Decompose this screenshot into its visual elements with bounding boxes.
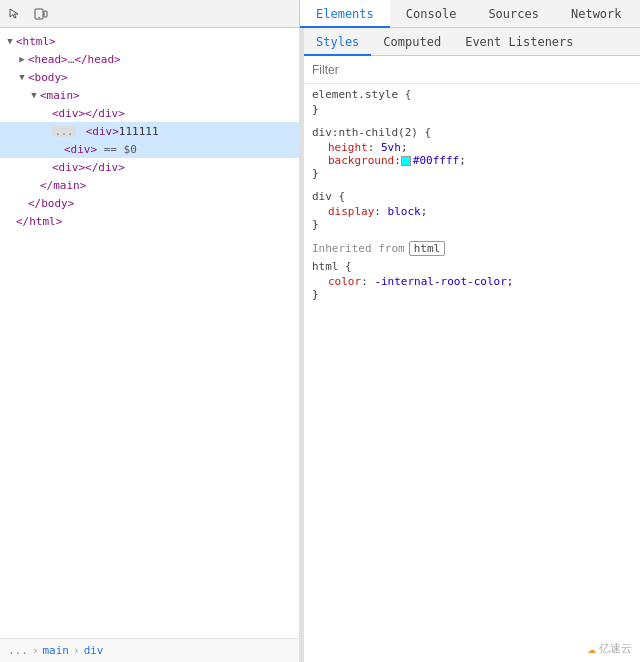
devtools-body: <html> <head>…</head> <body> <main> <div: [0, 28, 640, 662]
panel-tabs: Elements Console Sources Network: [300, 0, 640, 27]
dom-line[interactable]: <main>: [0, 86, 299, 104]
dom-line[interactable]: <div></div>: [0, 104, 299, 122]
tag-div-empty1: <div></div>: [52, 107, 125, 120]
css-colon-height: :: [368, 141, 381, 154]
tag-body-open: <body>: [28, 71, 68, 84]
css-closing-html: }: [312, 288, 632, 301]
inherited-text: Inherited from: [312, 242, 405, 255]
dom-line[interactable]: <head>…</head>: [0, 50, 299, 68]
css-selector-nth[interactable]: div:nth-child(2) {: [312, 126, 632, 139]
css-value-height[interactable]: 5vh: [381, 141, 401, 154]
css-prop-name-bg[interactable]: background: [328, 154, 394, 167]
css-selector-element[interactable]: element.style {: [312, 88, 632, 101]
styles-content: element.style { } div:nth-child(2) { hei…: [304, 84, 640, 662]
tag-main-open: <main>: [40, 89, 80, 102]
styles-tabs: Styles Computed Event Listeners: [304, 28, 640, 56]
tag-div-empty2: <div></div>: [52, 161, 125, 174]
dom-line[interactable]: <html>: [0, 32, 299, 50]
breadcrumb-ellipsis[interactable]: ...: [8, 644, 28, 657]
css-selector-html[interactable]: html {: [312, 260, 632, 273]
dom-breadcrumb: ... › main › div: [0, 638, 299, 662]
tag-main-close: </main>: [40, 179, 86, 192]
tag-html-close: </html>: [16, 215, 62, 228]
dom-line[interactable]: <div></div>: [0, 158, 299, 176]
tag-head: <head>…</head>: [28, 53, 121, 66]
tag-div-equal: <div> == $0: [64, 143, 137, 156]
css-prop-name-color[interactable]: color: [328, 275, 361, 288]
css-rule-html: html { color: -internal-root-color; }: [312, 260, 632, 301]
dom-line[interactable]: </html>: [0, 212, 299, 230]
css-rule-nth-child: div:nth-child(2) { height: 5vh; backgrou…: [312, 126, 632, 180]
dom-line[interactable]: </main>: [0, 176, 299, 194]
inherited-tag[interactable]: html: [409, 241, 446, 256]
css-colon-display: :: [374, 205, 387, 218]
css-prop-height: height: 5vh;: [312, 141, 632, 154]
watermark-text: 亿速云: [599, 641, 632, 656]
inherited-label: Inherited from html: [312, 241, 632, 256]
tab-elements[interactable]: Elements: [300, 0, 390, 28]
breadcrumb-sep1: ›: [32, 644, 39, 657]
tag-html-open: <html>: [16, 35, 56, 48]
dom-content: <html> <head>…</head> <body> <main> <div: [0, 28, 299, 638]
watermark-icon: ☁: [588, 640, 596, 656]
css-prop-color: color: -internal-root-color;: [312, 275, 632, 288]
css-closing-div: }: [312, 218, 632, 231]
styles-tab-styles[interactable]: Styles: [304, 28, 371, 56]
triangle-main[interactable]: [28, 89, 40, 101]
tab-console[interactable]: Console: [390, 0, 473, 28]
device-toolbar-button[interactable]: [30, 3, 52, 25]
color-swatch[interactable]: [401, 156, 411, 166]
css-prop-background: background: #00ffff;: [312, 154, 632, 167]
styles-panel: Styles Computed Event Listeners element.…: [304, 28, 640, 662]
dom-line[interactable]: <body>: [0, 68, 299, 86]
watermark: ☁ 亿速云: [588, 640, 632, 656]
css-value-bg[interactable]: #00ffff: [413, 154, 459, 167]
css-rule-element-style: element.style { }: [312, 88, 632, 116]
svg-rect-1: [44, 11, 47, 17]
tag-div-111111: ... <div>111111: [52, 125, 159, 138]
tab-network[interactable]: Network: [555, 0, 638, 28]
filter-input[interactable]: [312, 63, 632, 77]
inspect-element-button[interactable]: [4, 3, 26, 25]
breadcrumb-div[interactable]: div: [84, 644, 104, 657]
styles-tab-event-listeners[interactable]: Event Listeners: [453, 28, 585, 56]
css-prop-name-display[interactable]: display: [328, 205, 374, 218]
css-colon-color: :: [361, 275, 374, 288]
svg-point-2: [38, 16, 39, 17]
filter-bar: [304, 56, 640, 84]
styles-tab-computed[interactable]: Computed: [371, 28, 453, 56]
dom-line[interactable]: </body>: [0, 194, 299, 212]
css-colon-bg: :: [394, 154, 401, 167]
css-prop-display: display: block;: [312, 205, 632, 218]
toolbar-left: [0, 0, 300, 27]
css-closing-element: }: [312, 103, 632, 116]
css-prop-name-height[interactable]: height: [328, 141, 368, 154]
dom-line[interactable]: ... <div>111111: [0, 122, 299, 140]
devtools-container: Elements Console Sources Network <html> …: [0, 0, 640, 662]
tag-body-close: </body>: [28, 197, 74, 210]
triangle-html[interactable]: [4, 35, 16, 47]
top-bar: Elements Console Sources Network: [0, 0, 640, 28]
dom-line[interactable]: <div> == $0: [0, 140, 299, 158]
css-value-color[interactable]: -internal-root-color;: [374, 275, 513, 288]
css-value-display[interactable]: block: [388, 205, 421, 218]
dom-panel: <html> <head>…</head> <body> <main> <div: [0, 28, 300, 662]
css-rule-div: div { display: block; }: [312, 190, 632, 231]
triangle-body[interactable]: [16, 71, 28, 83]
triangle-head[interactable]: [16, 53, 28, 65]
breadcrumb-sep2: ›: [73, 644, 80, 657]
css-selector-div[interactable]: div {: [312, 190, 632, 203]
css-closing-nth: }: [312, 167, 632, 180]
tab-sources[interactable]: Sources: [472, 0, 555, 28]
breadcrumb-main[interactable]: main: [43, 644, 70, 657]
